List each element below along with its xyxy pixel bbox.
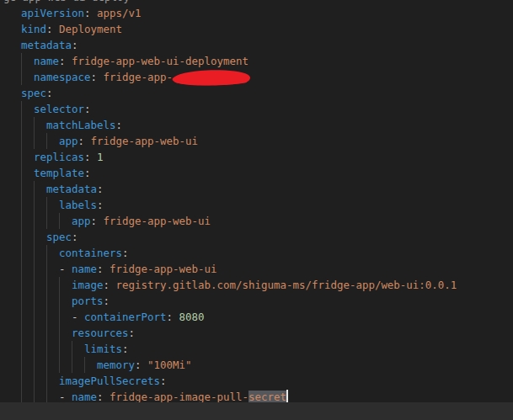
code-line[interactable]: containers: — [0, 245, 513, 261]
code-token: kind — [21, 23, 46, 35]
text-cursor — [286, 390, 288, 402]
code-token: labels — [59, 199, 97, 211]
indent-guide — [46, 309, 47, 325]
code-token — [21, 71, 34, 83]
code-line[interactable]: apiVersion: apps/v1 — [0, 5, 513, 21]
code-line[interactable]: ports: — [0, 293, 513, 309]
code-line[interactable]: spec: — [0, 85, 513, 101]
code-token: : — [97, 183, 104, 195]
code-line[interactable]: metadata: — [0, 37, 513, 53]
indent-guide — [59, 309, 60, 325]
code-token — [21, 55, 34, 67]
code-token: : — [90, 71, 103, 83]
selected-text: secret — [248, 391, 286, 402]
code-token: name — [34, 55, 59, 67]
indent-guide — [34, 293, 35, 309]
code-token: Deployment — [59, 23, 122, 35]
indent-guide — [72, 357, 72, 373]
editor-area[interactable]: ge-app-web-ui-deploy apiVersion: apps/v1… — [0, 0, 513, 402]
indent-guide — [59, 357, 60, 373]
indent-guide — [34, 373, 35, 389]
code-token: fridge-app- — [103, 71, 172, 83]
code-line[interactable]: matchLabels: — [0, 117, 513, 133]
indent-guide — [34, 357, 35, 373]
code-line[interactable]: kind: Deployment — [0, 21, 513, 37]
code-token: : — [84, 151, 97, 163]
indent-guide — [34, 341, 35, 357]
code-token: : — [103, 295, 110, 307]
code-area[interactable]: apiVersion: apps/v1kind: Deploymentmetad… — [0, 5, 513, 402]
code-line[interactable]: - name: fridge-app-image-pull-secret — [0, 389, 513, 402]
code-token: registry.gitlab.com/shiguma-ms/fridge-ap… — [115, 279, 457, 291]
code-token: name — [72, 391, 97, 402]
code-token: : — [72, 231, 78, 243]
code-token: : — [166, 311, 179, 323]
indent-guide — [46, 133, 47, 149]
code-line[interactable]: labels: — [0, 197, 513, 213]
code-line[interactable]: spec: — [0, 229, 513, 245]
code-token: ports — [72, 295, 104, 307]
code-token: : — [103, 279, 115, 291]
code-token: - — [72, 311, 84, 323]
indent-guide — [34, 309, 35, 325]
code-line[interactable]: name: fridge-app-web-ui-deployment — [0, 53, 513, 69]
code-token — [21, 103, 34, 115]
bottom-panel — [0, 402, 513, 420]
code-line[interactable]: replicas: 1 — [0, 149, 513, 165]
code-token: : — [46, 87, 53, 99]
indent-guide — [21, 325, 22, 341]
code-token: - — [59, 391, 72, 402]
indent-guide — [59, 213, 60, 229]
code-line[interactable]: template: — [0, 165, 513, 181]
code-token: app — [72, 215, 91, 227]
code-token: : — [84, 7, 97, 19]
code-token: spec — [21, 87, 46, 99]
indent-guide — [21, 53, 22, 69]
code-token: apiVersion — [21, 7, 84, 19]
indent-guide — [21, 213, 22, 229]
code-token: name — [72, 263, 97, 275]
indent-guide — [21, 373, 22, 389]
code-token: 1 — [97, 151, 104, 163]
code-token: resources — [72, 327, 128, 339]
code-line[interactable]: image: registry.gitlab.com/shiguma-ms/fr… — [0, 277, 513, 293]
code-line[interactable]: memory: "100Mi" — [0, 357, 513, 373]
indent-guide — [21, 389, 22, 402]
indent-guide — [21, 133, 22, 149]
code-line[interactable]: - containerPort: 8080 — [0, 309, 513, 325]
indent-guide — [59, 325, 60, 341]
indent-guide — [46, 389, 47, 402]
code-token: replicas — [34, 151, 84, 163]
indent-guide — [34, 389, 35, 402]
code-line[interactable]: resources: — [0, 325, 513, 341]
code-token: containers — [59, 247, 122, 259]
code-line[interactable]: metadata: — [0, 181, 513, 197]
code-token — [21, 247, 59, 259]
code-token: : — [97, 199, 104, 211]
code-line[interactable]: - name: fridge-app-web-ui — [0, 261, 513, 277]
code-token: 8080 — [179, 311, 204, 323]
indent-guide — [46, 357, 47, 373]
indent-guide — [21, 101, 22, 117]
indent-guide — [34, 325, 35, 341]
code-line[interactable]: app: fridge-app-web-ui — [0, 133, 513, 149]
code-token: fridge-app-web-ui-deployment — [72, 55, 248, 67]
code-line[interactable]: namespace: fridge-app- — [0, 69, 513, 85]
code-line[interactable]: app: fridge-app-web-ui — [0, 213, 513, 229]
code-token: spec — [46, 231, 72, 243]
indent-guide — [46, 293, 47, 309]
code-line[interactable]: selector: — [0, 101, 513, 117]
code-token: : — [84, 103, 91, 115]
code-token: : — [122, 247, 129, 259]
code-token: matchLabels — [46, 119, 115, 131]
code-token — [21, 263, 59, 275]
code-line[interactable]: limits: — [0, 341, 513, 357]
indent-guide — [21, 309, 22, 325]
indent-guide — [21, 357, 22, 373]
code-token: template — [34, 167, 84, 179]
indent-guide — [46, 277, 47, 293]
code-token: : — [115, 119, 122, 131]
code-token: : — [78, 135, 91, 147]
code-line[interactable]: imagePullSecrets: — [0, 373, 513, 389]
indent-guide — [84, 357, 85, 373]
